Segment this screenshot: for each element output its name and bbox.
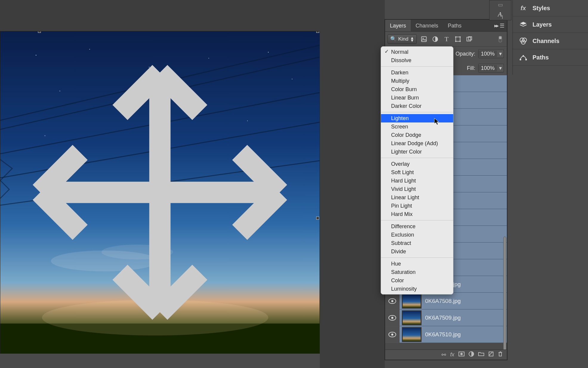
- svg-rect-21: [422, 36, 427, 42]
- new-adjustment-icon[interactable]: [469, 351, 474, 358]
- blend-mode-option[interactable]: Difference: [381, 222, 453, 231]
- layer-thumbnail[interactable]: [402, 328, 421, 341]
- layers-footer-bar: ⚯ fx: [385, 349, 507, 360]
- svg-rect-27: [455, 41, 456, 42]
- chevron-down-icon: ▾: [497, 50, 504, 57]
- layer-row[interactable]: 0K6A7508.jpg: [385, 293, 507, 309]
- dock-item-channels[interactable]: Channels: [513, 33, 588, 49]
- chevron-updown-icon: ▲▼: [410, 36, 414, 42]
- blend-mode-option[interactable]: Subtract: [381, 239, 453, 247]
- svg-rect-25: [455, 36, 456, 37]
- blend-mode-option[interactable]: Color Burn: [381, 85, 453, 93]
- filter-pixel-icon[interactable]: [420, 35, 428, 43]
- filter-toggle-switch[interactable]: [496, 35, 504, 43]
- blend-mode-option[interactable]: Saturation: [381, 268, 453, 276]
- svg-rect-40: [520, 59, 521, 60]
- panel-collapse-icon[interactable]: ▸▸: [494, 22, 498, 29]
- tab-layers[interactable]: Layers: [385, 20, 411, 31]
- link-layers-icon[interactable]: ⚯: [442, 352, 446, 358]
- blend-mode-option[interactable]: Soft Light: [381, 168, 453, 177]
- opacity-field[interactable]: 100% ▾: [478, 49, 504, 58]
- channels-icon: [519, 37, 528, 45]
- filter-shape-icon[interactable]: [454, 35, 462, 43]
- blend-mode-option[interactable]: Dissolve: [381, 56, 453, 65]
- right-dock: fx Styles Layers Channels Paths: [513, 0, 588, 75]
- blend-mode-option[interactable]: Linear Burn: [381, 93, 453, 102]
- layer-name-label[interactable]: 0K6A7510.jpg: [425, 331, 507, 338]
- svg-rect-36: [489, 352, 493, 356]
- document-canvas[interactable]: [0, 31, 320, 354]
- new-layer-icon[interactable]: [488, 351, 494, 358]
- character-panel-icon[interactable]: A|: [498, 10, 503, 19]
- panel-menu-icon[interactable]: ☰: [500, 22, 504, 29]
- svg-point-42: [523, 55, 524, 57]
- blend-mode-option[interactable]: Overlay: [381, 160, 453, 168]
- blend-mode-option[interactable]: Lighter Color: [381, 148, 453, 156]
- canvas-background-right: [320, 0, 385, 368]
- layers-icon: [519, 21, 528, 28]
- svg-rect-26: [459, 36, 461, 37]
- filter-type-icon[interactable]: T: [442, 35, 451, 43]
- svg-point-34: [460, 353, 463, 355]
- blend-mode-option[interactable]: Lighten: [381, 114, 453, 122]
- fill-field[interactable]: 100% ▾: [478, 64, 504, 73]
- eye-icon: [388, 315, 396, 321]
- blend-mode-option[interactable]: Hard Light: [381, 177, 453, 185]
- blend-mode-option[interactable]: Exclusion: [381, 231, 453, 239]
- dock-label: Paths: [533, 54, 549, 61]
- fill-label: Fill:: [467, 65, 475, 71]
- layer-name-label[interactable]: 0K6A7509.jpg: [425, 315, 507, 321]
- layer-row[interactable]: 0K6A7509.jpg: [385, 309, 507, 326]
- dock-label: Channels: [533, 38, 559, 45]
- add-mask-icon[interactable]: [459, 352, 464, 358]
- filter-kind-label: Kind: [398, 36, 408, 42]
- search-icon: 🔍: [390, 36, 396, 42]
- menu-separator: [381, 220, 453, 220]
- tab-paths[interactable]: Paths: [443, 20, 466, 31]
- blend-mode-option[interactable]: Divide: [381, 247, 453, 256]
- tab-channels[interactable]: Channels: [411, 20, 443, 31]
- layer-effects-icon[interactable]: fx: [450, 352, 454, 358]
- blend-mode-option[interactable]: Pin Light: [381, 202, 453, 210]
- dock-item-styles[interactable]: fx Styles: [513, 0, 588, 16]
- blend-mode-option[interactable]: Darken: [381, 68, 453, 77]
- chevron-down-icon: ▾: [497, 65, 504, 71]
- filter-smartobject-icon[interactable]: [465, 35, 473, 43]
- blend-mode-option[interactable]: Vivid Light: [381, 185, 453, 193]
- blend-mode-option[interactable]: Linear Dodge (Add): [381, 139, 453, 148]
- blend-mode-option[interactable]: Color Dodge: [381, 131, 453, 139]
- layer-name-label[interactable]: 0K6A7508.jpg: [425, 298, 507, 304]
- filter-adjustment-icon[interactable]: [431, 35, 439, 43]
- blend-mode-menu[interactable]: NormalDissolveDarkenMultiplyColor BurnLi…: [381, 46, 453, 295]
- menu-separator: [381, 66, 453, 67]
- layer-thumbnail[interactable]: [402, 294, 421, 308]
- styles-icon: fx: [519, 4, 528, 12]
- layer-visibility-toggle[interactable]: [385, 309, 399, 326]
- layer-thumbnail[interactable]: [402, 311, 421, 325]
- blend-mode-option[interactable]: Darker Color: [381, 102, 453, 110]
- delete-layer-icon[interactable]: [498, 351, 503, 358]
- blend-mode-option[interactable]: Luminosity: [381, 285, 453, 293]
- dock-item-paths[interactable]: Paths: [513, 49, 588, 66]
- blend-mode-option[interactable]: Screen: [381, 122, 453, 131]
- blend-mode-option[interactable]: Color: [381, 276, 453, 285]
- layer-row[interactable]: 0K6A7510.jpg: [385, 326, 507, 343]
- fill-value: 100%: [479, 65, 497, 71]
- blend-mode-option[interactable]: Hard Mix: [381, 210, 453, 218]
- layer-visibility-toggle[interactable]: [385, 293, 399, 309]
- collapsed-panel[interactable]: ▭ A|: [489, 0, 511, 20]
- opacity-label: Opacity:: [456, 51, 475, 57]
- svg-point-22: [422, 38, 424, 39]
- filter-kind-select[interactable]: 🔍 Kind ▲▼: [388, 34, 417, 44]
- layer-filter-bar: 🔍 Kind ▲▼ T: [385, 32, 507, 47]
- collapse-grip-icon: ▭: [498, 1, 503, 8]
- layer-visibility-toggle[interactable]: [385, 326, 399, 343]
- blend-mode-option[interactable]: Hue: [381, 260, 453, 268]
- blend-mode-option[interactable]: Multiply: [381, 77, 453, 85]
- panel-tab-bar: Layers Channels Paths ▸▸ ☰: [385, 20, 507, 32]
- dock-item-layers[interactable]: Layers: [513, 16, 588, 33]
- new-group-icon[interactable]: [478, 352, 484, 358]
- layers-scrollbar-thumb[interactable]: [503, 237, 506, 349]
- blend-mode-option[interactable]: Linear Light: [381, 193, 453, 202]
- blend-mode-option[interactable]: Normal: [381, 48, 453, 56]
